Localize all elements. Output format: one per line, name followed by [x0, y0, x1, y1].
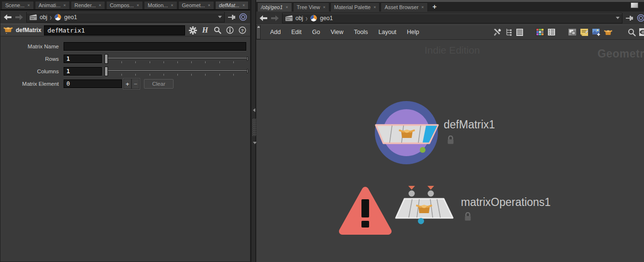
- windows-layout-icon[interactable]: [568, 28, 577, 36]
- increment-button[interactable]: +: [123, 79, 131, 89]
- node-type-box-icon[interactable]: [3, 26, 13, 34]
- tab-animation[interactable]: Animati...×: [35, 1, 70, 9]
- forward-arrow-icon[interactable]: [15, 14, 23, 21]
- info-icon[interactable]: [225, 26, 235, 34]
- tab-tree-view[interactable]: Tree View×: [293, 2, 329, 11]
- output-connector[interactable]: [418, 218, 424, 224]
- tab-close-icon[interactable]: ×: [285, 5, 288, 10]
- tab-material-palette[interactable]: Material Palette×: [330, 2, 380, 11]
- path-dropdown-icon[interactable]: [616, 17, 620, 19]
- rows-input[interactable]: [64, 55, 102, 63]
- back-arrow-icon[interactable]: [259, 15, 268, 22]
- tab-defmatrix[interactable]: defMat...×: [215, 1, 249, 9]
- help-icon[interactable]: ?: [238, 26, 247, 34]
- menu-tools[interactable]: Tools: [349, 29, 373, 35]
- breadcrumb-root[interactable]: obj: [295, 15, 303, 22]
- slider-handle[interactable]: [105, 54, 108, 64]
- path-breadcrumb[interactable]: obj › geo1: [282, 13, 622, 23]
- hscript-glyph: H: [202, 26, 208, 34]
- sticky-note-icon[interactable]: [580, 28, 589, 36]
- back-arrow-icon[interactable]: [3, 14, 12, 21]
- node-body[interactable]: [373, 123, 441, 145]
- asset-box-icon[interactable]: [604, 29, 612, 36]
- breadcrumb-child[interactable]: geo1: [64, 14, 77, 21]
- output-connector[interactable]: [420, 147, 426, 153]
- tab-obj-geo1[interactable]: /obj/geo1×: [257, 2, 292, 11]
- tab-close-icon[interactable]: ×: [208, 3, 210, 8]
- network-editor-canvas[interactable]: Indie Edition Geometry: [256, 40, 644, 262]
- slider-endcap: [247, 57, 248, 61]
- tab-label: /obj/geo1: [261, 4, 283, 10]
- columns-slider[interactable]: [105, 66, 248, 77]
- gear-icon[interactable]: [188, 26, 197, 34]
- background-image-add-icon[interactable]: [592, 28, 600, 36]
- tab-asset-browser[interactable]: Asset Browser×: [381, 2, 427, 11]
- tab-close-icon[interactable]: ×: [137, 3, 139, 8]
- search-icon[interactable]: [213, 26, 222, 34]
- splitter-grip[interactable]: [252, 119, 256, 136]
- tab-motion[interactable]: Motion...×: [144, 1, 177, 9]
- tab-close-icon[interactable]: ×: [98, 3, 101, 8]
- breadcrumb-root[interactable]: obj: [40, 14, 47, 21]
- visibility-eye-icon[interactable]: [639, 28, 644, 36]
- tab-geometry[interactable]: Geomet...×: [178, 1, 215, 9]
- tree-view-icon[interactable]: [505, 28, 513, 36]
- node-name-input[interactable]: [44, 25, 185, 35]
- node-defmatrix1[interactable]: defMatrix1: [375, 101, 576, 168]
- tab-label: Geomet...: [182, 2, 205, 8]
- tab-close-icon[interactable]: ×: [421, 5, 424, 10]
- lock-badge-icon[interactable]: [447, 136, 455, 145]
- input-connector-2[interactable]: [426, 185, 436, 197]
- tab-scene[interactable]: Scene...×: [1, 1, 34, 9]
- menu-help[interactable]: Help: [402, 29, 425, 35]
- node-body[interactable]: [392, 197, 456, 220]
- menu-go[interactable]: Go: [307, 29, 326, 35]
- new-tab-button[interactable]: +: [433, 3, 437, 10]
- scroll-nub-icon[interactable]: [256, 25, 261, 39]
- rows-slider[interactable]: [105, 54, 248, 64]
- pin-icon[interactable]: [625, 15, 634, 22]
- color-palette-grid-icon[interactable]: [536, 28, 544, 36]
- pane-splitter[interactable]: [251, 0, 256, 262]
- menu-view[interactable]: View: [325, 29, 349, 35]
- breadcrumb-child[interactable]: geo1: [320, 15, 333, 22]
- tab-render[interactable]: Render...×: [71, 1, 105, 9]
- columns-input[interactable]: [64, 67, 102, 76]
- tab-composite[interactable]: Compos...×: [106, 1, 143, 9]
- path-dropdown-icon[interactable]: [218, 16, 222, 18]
- path-breadcrumb[interactable]: obj › geo1: [26, 12, 225, 23]
- tab-close-icon[interactable]: ×: [171, 3, 173, 8]
- menu-add[interactable]: Add: [265, 29, 286, 35]
- pane-type-watermark: Geometry: [598, 47, 644, 60]
- tab-close-icon[interactable]: ×: [373, 5, 376, 10]
- list-view-icon[interactable]: [516, 28, 524, 36]
- slider-handle[interactable]: [105, 67, 108, 76]
- pin-icon[interactable]: [228, 14, 236, 21]
- matrix-name-input[interactable]: [64, 42, 246, 51]
- license-watermark: Indie Edition: [425, 45, 480, 56]
- parameter-list: Matrix Name Rows Columns Matrix: [0, 36, 250, 90]
- parameter-list-icon[interactable]: [547, 28, 556, 36]
- tools-wrench-icon[interactable]: [493, 28, 502, 36]
- param-row-columns: Columns: [0, 65, 250, 78]
- tab-close-icon[interactable]: ×: [63, 3, 65, 8]
- tab-close-icon[interactable]: ×: [242, 3, 245, 8]
- decrement-button[interactable]: −: [131, 79, 140, 89]
- tab-close-icon[interactable]: ×: [323, 5, 325, 10]
- matrix-element-input[interactable]: [64, 80, 122, 88]
- tab-close-icon[interactable]: ×: [27, 3, 30, 8]
- splitter-collapse-icon[interactable]: [253, 108, 255, 112]
- hscript-expression-icon[interactable]: H: [200, 26, 210, 34]
- clear-button[interactable]: Clear: [144, 79, 174, 89]
- menu-edit[interactable]: Edit: [286, 29, 307, 35]
- lock-badge-icon[interactable]: [464, 212, 472, 221]
- pane-maximize-icon[interactable]: [631, 2, 638, 8]
- search-icon[interactable]: [628, 28, 636, 36]
- forward-arrow-icon[interactable]: [271, 15, 279, 22]
- follow-target-icon[interactable]: [637, 14, 644, 22]
- slider-endcap: [247, 69, 248, 73]
- input-connector-1[interactable]: [406, 185, 417, 197]
- node-matrixoperations1[interactable]: matrixOperations1: [338, 183, 558, 241]
- menu-layout[interactable]: Layout: [373, 29, 402, 35]
- follow-target-icon[interactable]: [239, 13, 247, 21]
